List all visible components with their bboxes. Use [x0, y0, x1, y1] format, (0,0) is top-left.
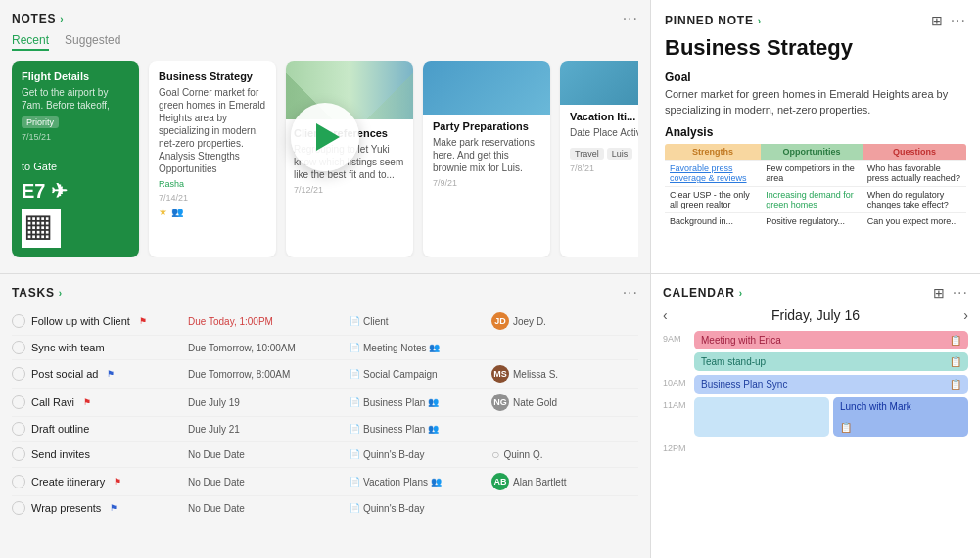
cal-time-12pm: 12PM: [663, 441, 690, 456]
note-ref-icon-4: 📄: [350, 397, 360, 407]
task-row: Sync with team Due Tomorrow, 10:00AM 📄 M…: [12, 336, 638, 360]
task-7-check: Create itinerary ⚑: [12, 475, 188, 488]
note-card-vacation[interactable]: Vacation Iti... Date Place Activities 5/…: [560, 61, 638, 257]
cal-time-11am: 11AM: [663, 397, 690, 437]
calendar-nav: ‹ Friday, July 16 ›: [663, 307, 968, 323]
flight-card-title: Flight Details: [22, 70, 129, 82]
cal-event-team-standup[interactable]: Team stand-up 📋: [694, 352, 968, 371]
avatar-nate: NG: [491, 394, 509, 411]
event-note-icon: 📋: [950, 335, 961, 346]
cal-event-biz-plan[interactable]: Business Plan Sync 📋: [694, 375, 968, 394]
task-3-checkbox[interactable]: [12, 367, 25, 381]
party-card-bg: [423, 61, 550, 115]
task-1-check: Follow up with Client ⚑: [12, 314, 188, 328]
task-6-checkbox[interactable]: [12, 447, 25, 461]
task-7-checkbox[interactable]: [12, 475, 25, 488]
task-5-check: Draft outline: [12, 422, 188, 436]
pinned-menu-button[interactable]: ···: [951, 12, 966, 29]
cal-event-lunch[interactable]: Lunch with Mark 📋: [833, 397, 968, 437]
cal-10am-block: 10AM Business Plan Sync 📋: [663, 375, 968, 394]
note-card-business-strategy[interactable]: Business Strategy Goal Corner market for…: [149, 61, 276, 257]
analysis-row-3: Background in... Positive regulatory... …: [665, 213, 966, 230]
task-1-note: 📄 Client: [350, 316, 491, 327]
cal-event-meeting-erica[interactable]: Meeting with Erica 📋: [694, 331, 968, 349]
tab-suggested[interactable]: Suggested: [65, 33, 120, 51]
pinned-arrow-icon[interactable]: ›: [758, 16, 762, 26]
cal-12pm-block: 12PM: [663, 441, 968, 456]
calendar-menu-button[interactable]: ···: [953, 284, 968, 302]
people-green-icon: 👥: [429, 343, 440, 352]
play-button[interactable]: [291, 103, 359, 171]
task-3-due: Due Tomorrow, 8:00AM: [188, 369, 350, 380]
calendar-next-button[interactable]: ›: [963, 307, 968, 323]
biz-card-title: Business Strategy: [159, 70, 266, 82]
notes-title: NOTES ›: [12, 12, 64, 25]
task-8-name: Wrap presents: [31, 502, 101, 514]
note-ref-icon-3: 📄: [350, 369, 360, 379]
pinned-note-title: Business Strategy: [665, 35, 966, 61]
client-card-date: 7/12/21: [294, 185, 405, 195]
tasks-section: TASKS › ··· Follow up with Client ⚑ Due …: [0, 274, 651, 558]
task-2-checkbox[interactable]: [12, 341, 25, 354]
people-green-icon-2: 👥: [428, 397, 439, 407]
tasks-arrow-icon[interactable]: ›: [59, 288, 63, 299]
star-icon: ★: [159, 207, 167, 217]
col-opportunities: Opportunities: [761, 144, 863, 161]
calendar-arrow-icon[interactable]: ›: [739, 288, 743, 299]
analysis-row-2: Clear USP - the only all green realtor I…: [665, 187, 966, 213]
task-6-due: No Due Date: [188, 449, 350, 460]
tasks-menu-button[interactable]: ···: [623, 284, 638, 302]
task-1-assignee: JD Joey D.: [491, 312, 638, 330]
task-3-assignee: MS Melissa S.: [491, 365, 638, 383]
calendar-header: CALENDAR › ⊞ ···: [663, 284, 968, 302]
task-3-note: 📄 Social Campaign: [350, 369, 491, 380]
calendar-prev-button[interactable]: ‹: [663, 307, 668, 323]
task-row: Post social ad ⚑ Due Tomorrow, 8:00AM 📄 …: [12, 360, 638, 389]
vacation-card-image: [560, 61, 638, 105]
play-triangle-icon: [316, 123, 340, 151]
cal-11am-block: 11AM Lunch with Mark 📋: [663, 397, 968, 437]
notes-header: NOTES › ···: [12, 10, 638, 27]
cal-9am-events: Meeting with Erica 📋 Team stand-up 📋: [694, 331, 968, 371]
task-1-due: Due Today, 1:00PM: [188, 316, 350, 327]
task-5-checkbox[interactable]: [12, 422, 25, 436]
flight-card-date: 7/15/21: [22, 132, 129, 142]
task-7-due: No Due Date: [188, 477, 350, 488]
flag-blue-icon-2: ⚑: [110, 503, 117, 513]
col-questions: Questions: [863, 144, 966, 161]
task-row: Create itinerary ⚑ No Due Date 📄 Vacatio…: [12, 468, 638, 496]
pinned-grid-icon[interactable]: ⊞: [931, 13, 943, 28]
task-5-name: Draft outline: [31, 423, 89, 435]
calendar-controls: ⊞ ···: [933, 284, 968, 302]
task-4-name: Call Ravi: [31, 396, 74, 408]
tab-recent[interactable]: Recent: [12, 33, 49, 51]
note-card-party[interactable]: Party Preparations Make park reservation…: [423, 61, 550, 257]
task-6-check: Send invites: [12, 447, 188, 461]
task-5-due: Due July 21: [188, 424, 350, 435]
qr-code-icon: [22, 209, 61, 248]
task-row: Call Ravi ⚑ Due July 19 📄 Business Plan …: [12, 389, 638, 417]
people-green-icon-4: 👥: [431, 477, 442, 487]
assignee-circle-icon: ○: [491, 446, 499, 462]
task-1-name: Follow up with Client: [31, 315, 130, 327]
cal-time-9am: 9AM: [663, 331, 690, 371]
calendar-add-icon[interactable]: ⊞: [933, 285, 945, 301]
notes-menu-button[interactable]: ···: [623, 10, 638, 27]
task-4-checkbox[interactable]: [12, 395, 25, 409]
party-card-title: Party Preparations: [433, 120, 540, 132]
people-icon: 👥: [171, 207, 183, 217]
task-7-note: 📄 Vacation Plans 👥: [350, 477, 491, 488]
note-ref-icon-6: 📄: [350, 449, 360, 459]
task-3-check: Post social ad ⚑: [12, 367, 188, 381]
cal-12pm-empty: [694, 441, 968, 456]
party-card-body: Make park reservations here. And get thi…: [433, 136, 540, 174]
event-note-icon-3: 📋: [950, 379, 961, 390]
pinned-controls: ⊞ ···: [931, 12, 966, 29]
task-1-checkbox[interactable]: [12, 314, 25, 328]
biz-card-body: Goal Corner market for green homes in Em…: [159, 86, 266, 175]
note-card-flight[interactable]: Flight Details Get to the airport by 7am…: [12, 61, 139, 257]
calendar-section: CALENDAR › ⊞ ··· ‹ Friday, July 16 › 9AM…: [651, 274, 980, 558]
notes-arrow-icon[interactable]: ›: [60, 14, 64, 24]
biz-card-author: Rasha: [159, 179, 266, 189]
task-8-checkbox[interactable]: [12, 501, 25, 515]
